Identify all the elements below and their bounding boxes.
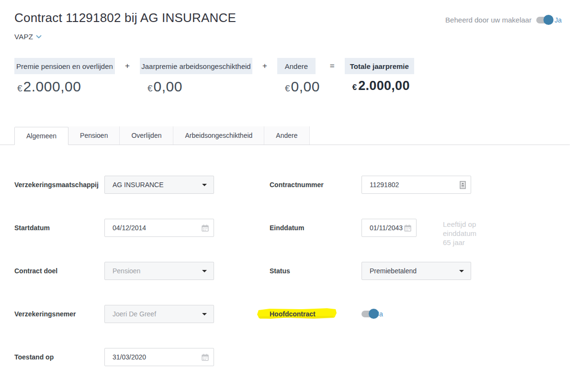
premium-pension-death-group: Premie pensioen en overlijden € 2.000,00 [14,58,115,95]
calendar-icon[interactable] [202,224,209,232]
toestand-op-label: Toestand op [14,353,104,361]
premium-disability-group: Jaarpremie arbeidsongeschiktheid € 0,00 [140,58,252,95]
premium-other-group: Andere € 0,00 [277,58,320,95]
managed-by-broker-toggle[interactable] [536,17,552,23]
caret-down-icon [202,270,207,272]
form-row: Verzekeringsmaatschappij AG INSURANCE Co… [14,176,576,194]
form-row: Startdatum 04/12/2014 Einddatum 01/11/20… [14,219,576,237]
premium-other-chip: Andere [277,58,316,74]
plus-operator: + [252,58,277,74]
tab-overlijden[interactable]: Overlijden [120,126,173,145]
tab-bar: Algemeen Pensioen Overlijden Arbeidsonge… [0,126,570,145]
contract-type-dropdown[interactable]: VAPZ [14,32,42,41]
contractnummer-input[interactable]: 11291802 [361,176,471,194]
form-row: Toestand op 31/03/2020 [14,348,576,366]
premium-disability-amount: € 0,00 [140,78,252,95]
verzekeringsnemer-select[interactable]: Joeri De Greef [104,305,214,323]
toggle-knob [543,15,553,25]
contract-detail-page: Contract 11291802 bij AG INSURANCE VAPZ … [0,0,576,392]
tab-arbeidsongeschiktheid[interactable]: Arbeidsongeschiktheid [173,126,264,145]
premium-pension-death-chip: Premie pensioen en overlijden [14,58,115,74]
status-label: Status [270,267,361,275]
algemeen-form: Verzekeringsmaatschappij AG INSURANCE Co… [14,176,576,366]
calendar-icon[interactable] [404,224,411,232]
plus-operator: + [115,58,140,74]
contractnummer-label: Contractnummer [270,181,361,189]
chevron-down-icon [36,32,42,41]
euro-sign: € [285,83,290,94]
status-select[interactable]: Premiebetalend [361,262,471,280]
equals-operator: = [320,58,345,74]
verzekeringsnemer-label: Verzekeringsnemer [14,310,104,318]
verzekeringsmaatschappij-select[interactable]: AG INSURANCE [104,176,214,194]
premium-other-amount: € 0,00 [277,78,320,95]
toestand-op-input[interactable]: 31/03/2020 [104,348,214,366]
euro-sign: € [147,83,153,94]
calendar-icon[interactable] [202,354,209,361]
toggle-knob [369,309,379,319]
startdatum-input[interactable]: 04/12/2014 [104,219,214,237]
premium-total-amount: € 2.000,00 [345,78,414,93]
euro-sign: € [352,83,357,92]
einddatum-age-hint: Leeftijd op einddatum 65 jaar [443,220,485,247]
einddatum-input[interactable]: 01/11/2043 [361,219,417,237]
contract-doel-select[interactable]: Pensioen [104,262,214,280]
premium-summary: Premie pensioen en overlijden € 2.000,00… [14,58,576,95]
tab-pensioen[interactable]: Pensioen [68,126,120,145]
tab-andere[interactable]: Andere [264,126,309,145]
caret-down-icon [459,270,464,272]
form-row: Contract doel Pensioen Status Premiebeta… [14,262,576,280]
managed-by-broker-value: Ja [554,16,562,24]
startdatum-label: Startdatum [14,224,104,232]
premium-pension-death-amount: € 2.000,00 [14,78,115,95]
caret-down-icon [202,313,207,315]
hoofdcontract-toggle[interactable] [361,311,377,317]
hoofdcontract-toggle-group: Ja [361,310,383,318]
tab-algemeen[interactable]: Algemeen [14,127,68,145]
hoofdcontract-label: Hoofdcontract [270,310,361,318]
managed-by-broker-label: Beheerd door uw makelaar [445,16,531,24]
einddatum-label: Einddatum [270,224,361,232]
caret-down-icon [202,184,207,186]
number-stepper-icon[interactable] [460,181,466,189]
contract-type-label: VAPZ [14,33,33,41]
euro-sign: € [17,83,23,94]
managed-by-broker-group: Beheerd door uw makelaar Ja [445,16,562,24]
verzekeringsmaatschappij-label: Verzekeringsmaatschappij [14,181,104,189]
premium-disability-chip: Jaarpremie arbeidsongeschiktheid [140,58,252,74]
premium-total-group: Totale jaarpremie € 2.000,00 [345,58,414,93]
contract-doel-label: Contract doel [14,267,104,275]
premium-total-chip: Totale jaarpremie [345,58,414,74]
form-row: Verzekeringsnemer Joeri De Greef Hoofdco… [14,305,576,323]
